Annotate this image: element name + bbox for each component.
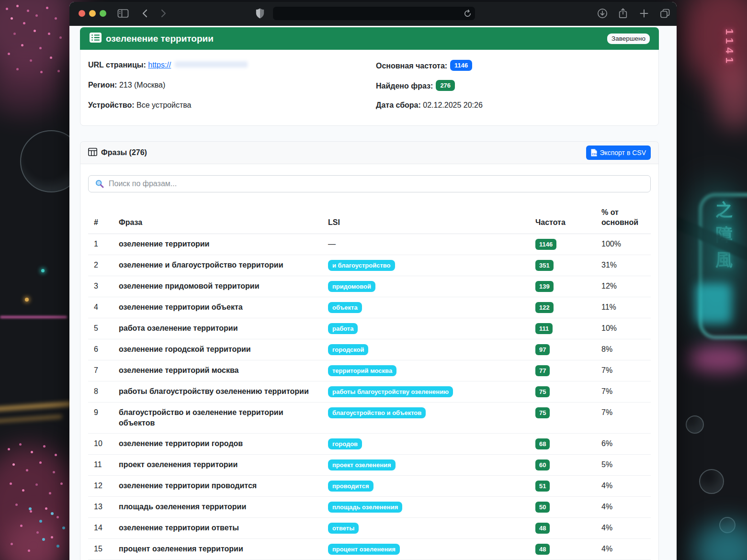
downloads-icon[interactable] bbox=[596, 7, 609, 20]
table-row: 9 благоустройство и озеленение территори… bbox=[88, 403, 651, 434]
phrase-cell: проект озеленения территории bbox=[113, 455, 322, 476]
new-tab-icon[interactable] bbox=[637, 7, 651, 20]
table-row: 3 озеленение придомовой территории придо… bbox=[88, 276, 651, 297]
url-field: URL страницы: https:// bbox=[88, 60, 376, 70]
bg-amber-dot-left bbox=[25, 298, 29, 302]
frequency-badge: 48 bbox=[535, 523, 550, 534]
lsi-badge: площадь озеленения bbox=[328, 502, 402, 513]
percent-cell: 31% bbox=[596, 255, 651, 276]
lsi-cell: городов bbox=[322, 434, 530, 455]
lsi-badge: территорий москва bbox=[328, 365, 396, 376]
browser-window: озеленение территории Завершено URL стра… bbox=[69, 2, 677, 560]
row-number: 4 bbox=[88, 297, 113, 318]
device-field: Устройство: Все устройства bbox=[88, 100, 376, 110]
bg-bubble-right-1 bbox=[686, 415, 704, 434]
privacy-shield-icon[interactable] bbox=[253, 7, 267, 20]
reload-icon[interactable] bbox=[463, 9, 472, 18]
collect-date-field: Дата сбора: 02.12.2025 20:26 bbox=[376, 100, 651, 110]
bg-teal-dot-left bbox=[41, 269, 45, 272]
percent-cell: 7% bbox=[596, 381, 651, 403]
share-icon[interactable] bbox=[616, 7, 630, 20]
table-row: 11 проект озеленения территории проект о… bbox=[88, 455, 651, 476]
lsi-cell: объекта bbox=[322, 297, 530, 318]
lsi-cell: благоустройство и объектов bbox=[322, 403, 530, 434]
phrase-cell: озеленение придомовой территории bbox=[113, 276, 322, 297]
table-row: 10 озеленение территории городов городов… bbox=[88, 434, 651, 455]
lsi-badge: городской bbox=[328, 344, 368, 355]
bg-teal-splash-bottom-right bbox=[694, 522, 747, 560]
bg-neon-line-left bbox=[0, 316, 67, 318]
search-input[interactable] bbox=[88, 175, 651, 192]
region-value: 213 (Москва) bbox=[119, 81, 165, 89]
table-row: 14 озеленение территории ответы ответы 4… bbox=[88, 518, 651, 539]
percent-cell: 8% bbox=[596, 339, 651, 360]
row-number: 2 bbox=[88, 255, 113, 276]
bg-bubble-right-2 bbox=[699, 469, 724, 494]
percent-cell: 4% bbox=[596, 497, 651, 518]
phrase-cell: благоустройство и озеленение территории … bbox=[113, 403, 322, 434]
base-frequency-label: Основная частота: bbox=[376, 62, 447, 70]
percent-cell: 6% bbox=[596, 434, 651, 455]
phrases-body: # Фраза LSI Частота % от основной 1 озел… bbox=[80, 164, 658, 560]
tab-overview-icon[interactable] bbox=[658, 7, 672, 20]
phrase-cell: озеленение и благоустройство территории bbox=[113, 255, 322, 276]
back-button-icon[interactable] bbox=[138, 7, 152, 20]
url-link[interactable]: https:// bbox=[148, 61, 171, 69]
maximize-window-button[interactable] bbox=[100, 10, 106, 17]
frequency-badge: 139 bbox=[535, 281, 554, 292]
row-number: 12 bbox=[88, 476, 113, 497]
frequency-badge: 1146 bbox=[535, 239, 556, 250]
lsi-cell: работа bbox=[322, 318, 530, 339]
frequency-cell: 122 bbox=[530, 297, 596, 318]
forward-button-icon[interactable] bbox=[157, 7, 170, 20]
frequency-badge: 60 bbox=[535, 459, 550, 470]
column-header-percent: % от основной bbox=[596, 204, 651, 234]
row-number: 3 bbox=[88, 276, 113, 297]
page-title: озеленение территории bbox=[106, 34, 214, 44]
export-csv-button[interactable]: CSV Экспорт в CSV bbox=[586, 146, 651, 160]
frequency-cell: 48 bbox=[530, 518, 596, 539]
status-badge: Завершено bbox=[607, 34, 650, 44]
search-icon bbox=[95, 179, 104, 190]
row-number: 10 bbox=[88, 434, 113, 455]
phrases-found-badge: 276 bbox=[436, 80, 455, 91]
column-header-num: # bbox=[88, 204, 113, 234]
lsi-badge: проект озеленения bbox=[328, 459, 396, 470]
percent-cell: 4% bbox=[596, 476, 651, 497]
table-row: 5 работа озеленение территории работа 11… bbox=[88, 318, 651, 339]
lsi-badge: благоустройство и объектов bbox=[328, 407, 426, 418]
frequency-cell: 60 bbox=[530, 455, 596, 476]
table-row: 1 озеленение территории — 1146 100% bbox=[88, 234, 651, 255]
sidebar-toggle-icon[interactable] bbox=[116, 7, 130, 20]
column-header-phrase: Фраза bbox=[113, 204, 322, 234]
phrases-found-field: Найдено фраз:276 bbox=[376, 80, 651, 90]
phrase-cell: работа озеленение территории bbox=[113, 318, 322, 339]
browser-toolbar bbox=[69, 2, 677, 26]
report-info: URL страницы: https:// Регион: 213 (Моск… bbox=[80, 50, 658, 125]
lsi-badge: ответы bbox=[328, 523, 359, 534]
row-number: 9 bbox=[88, 403, 113, 434]
bg-coral-sparkles-bottom-left bbox=[3, 440, 5, 443]
lsi-cell: проект озеленения bbox=[322, 455, 530, 476]
base-frequency-badge: 1146 bbox=[450, 60, 472, 71]
svg-text:CSV: CSV bbox=[592, 153, 597, 156]
address-bar[interactable] bbox=[273, 7, 475, 20]
url-redacted-text bbox=[175, 61, 248, 67]
column-header-frequency: Частота bbox=[530, 204, 596, 234]
frequency-cell: 139 bbox=[530, 276, 596, 297]
close-window-button[interactable] bbox=[79, 10, 85, 17]
minimize-window-button[interactable] bbox=[89, 10, 96, 17]
percent-cell: 7% bbox=[596, 403, 651, 434]
row-number: 7 bbox=[88, 360, 113, 381]
lsi-cell: ответы bbox=[322, 518, 530, 539]
phrase-cell: озеленение территории проводится bbox=[113, 476, 322, 497]
lsi-badge: придомовой bbox=[328, 281, 375, 292]
phrase-cell: озеленение городской территории bbox=[113, 339, 322, 360]
lsi-badge: работа bbox=[328, 323, 358, 334]
lsi-cell: процент озеленения bbox=[322, 539, 530, 560]
frequency-badge: 351 bbox=[535, 260, 554, 271]
frequency-cell: 50 bbox=[530, 497, 596, 518]
frequency-cell: 75 bbox=[530, 403, 596, 434]
phrase-cell: озеленение территории объекта bbox=[113, 297, 322, 318]
row-number: 6 bbox=[88, 339, 113, 360]
